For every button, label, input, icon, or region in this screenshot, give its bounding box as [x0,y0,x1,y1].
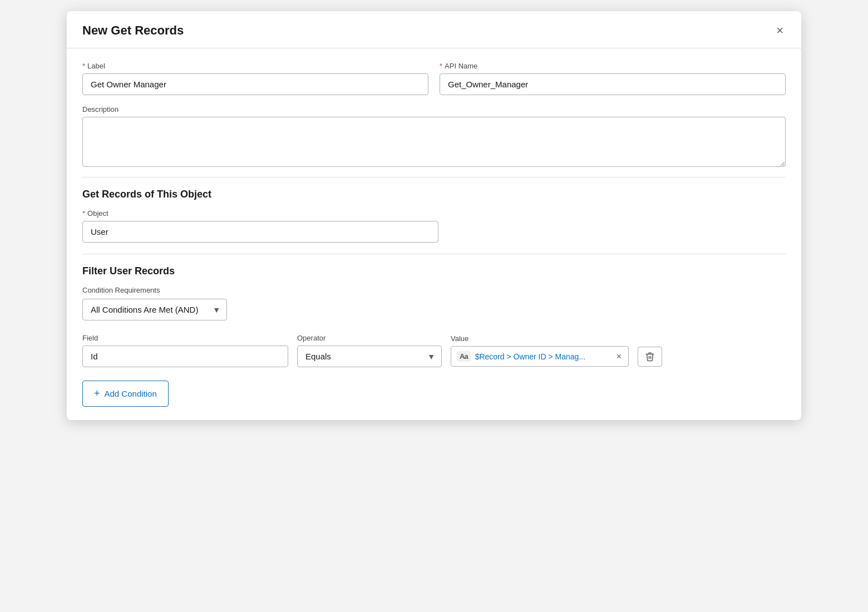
close-button[interactable]: × [774,22,786,39]
modal-body: * Label * API Name Description Get Recor… [67,48,801,420]
label-required-star: * [82,62,85,70]
trash-icon [645,352,655,362]
filter-section-title: Filter User Records [82,265,786,277]
condition-requirements-select-wrapper: All Conditions Are Met (AND)Any Conditio… [82,299,227,320]
object-field-text: Object [87,209,108,218]
value-text: $Record > Owner ID > Manag... [475,352,611,361]
object-field-label: * Object [82,209,438,218]
modal-container: New Get Records × * Label * API Name [67,11,801,420]
object-group: * Object [82,209,438,243]
api-name-required-star: * [440,62,442,70]
operator-col-label: Operator [297,334,442,342]
api-name-field-label: * API Name [440,62,786,70]
label-input[interactable] [82,73,428,95]
field-col: Field [82,334,288,367]
object-input[interactable] [82,221,438,243]
description-label: Description [82,105,786,113]
value-col-label: Value [451,334,629,343]
filter-section: Filter User Records Condition Requiremen… [82,265,786,407]
condition-requirements-label: Condition Requirements [82,286,786,294]
condition-requirements-select[interactable]: All Conditions Are Met (AND)Any Conditio… [82,299,227,320]
api-name-group: * API Name [440,62,786,95]
api-name-input[interactable] [440,73,786,95]
add-condition-button[interactable]: + Add Condition [82,381,169,407]
object-section-title: Get Records of This Object [82,189,786,200]
plus-icon: + [94,388,100,399]
divider-1 [82,177,786,177]
field-input-wrapper [82,346,288,367]
operator-col: Operator EqualsNot Equal ToContainsDoes … [297,334,442,367]
value-type-icon: Aa [457,351,471,362]
operator-select-wrapper: EqualsNot Equal ToContainsDoes Not Conta… [297,346,442,367]
value-input-box[interactable]: Aa $Record > Owner ID > Manag... × [451,346,629,367]
description-textarea[interactable] [82,117,786,167]
delete-condition-button[interactable] [638,347,662,367]
description-group: Description [82,105,786,167]
operator-select[interactable]: EqualsNot Equal ToContainsDoes Not Conta… [297,346,442,367]
modal-title: New Get Records [82,23,184,38]
value-col: Value Aa $Record > Owner ID > Manag... × [451,334,629,367]
field-col-label: Field [82,334,288,342]
label-group: * Label [82,62,428,95]
value-clear-button[interactable]: × [615,352,623,362]
object-section: Get Records of This Object * Object [82,189,786,243]
api-name-field-text: API Name [445,62,477,70]
label-apiname-row: * Label * API Name [82,62,786,95]
divider-2 [82,254,786,254]
label-field-text: Label [87,62,105,70]
add-condition-label: Add Condition [105,389,157,398]
field-input[interactable] [82,346,288,367]
condition-row: Field Operator EqualsNot Equal ToContain… [82,334,786,367]
modal-header: New Get Records × [67,11,801,48]
label-field-label: * Label [82,62,428,70]
object-required-star: * [82,209,85,218]
